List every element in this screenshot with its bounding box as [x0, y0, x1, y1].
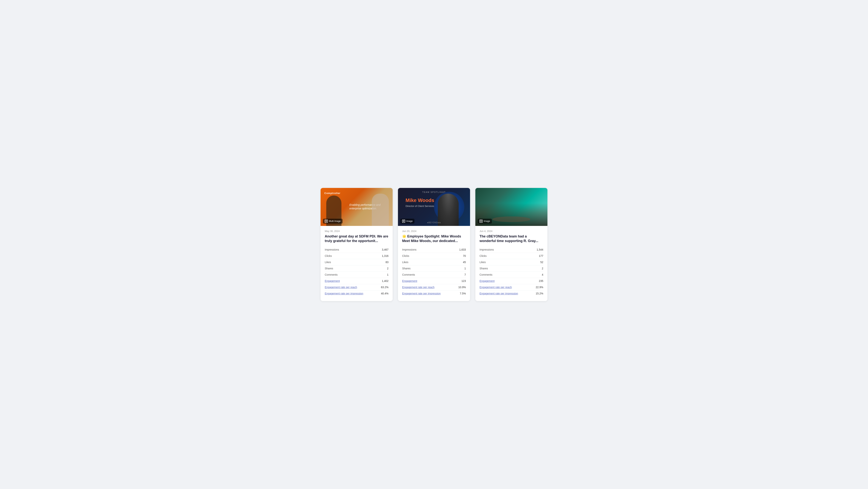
stats-value-1-2: 1,316 [382, 254, 389, 257]
card-date-3: Jun 4, 2024 [479, 230, 543, 233]
stats-link-1-7[interactable]: Engagement rate per reach [325, 286, 357, 289]
card-image-wrapper-3: Image [475, 188, 548, 226]
stats-row-2-2: Clicks70 [402, 253, 466, 259]
stats-label-3-4: Shares [479, 267, 488, 270]
image-badge-3: Image [477, 219, 492, 224]
stats-value-1-3: 83 [385, 261, 389, 264]
stats-value-3-3: 52 [540, 261, 543, 264]
card-1: Enabling performance and enterprise opti… [320, 188, 393, 301]
stats-row-3-8: Engagement rate per impression15.2% [479, 290, 543, 296]
card-title-2: 🌟 Employee Spotlight: Mike Woods Meet Mi… [402, 234, 466, 243]
card-title-3: The cBEYONData team had a wonderful time… [479, 234, 543, 243]
stats-row-3-6: Engagement235 [479, 278, 543, 284]
stats-label-3-5: Comments [479, 273, 492, 276]
person-title: Director of Client Services [406, 205, 434, 207]
stats-row-1-6: Engagement1,402 [325, 278, 389, 284]
stats-value-2-6: 123 [462, 280, 466, 283]
stats-value-2-1: 1,633 [459, 248, 466, 251]
image-icon [402, 220, 405, 223]
stats-label-2-5: Comments [402, 273, 415, 276]
stats-row-3-3: Likes52 [479, 259, 543, 265]
silhouette-right [372, 194, 389, 226]
person-silhouette [438, 194, 459, 226]
stats-value-2-2: 70 [463, 254, 466, 257]
image-badge-label: Multi Image [329, 220, 341, 223]
stats-row-1-4: Shares2 [325, 265, 389, 271]
cards-container: Enabling performance and enterprise opti… [301, 188, 567, 301]
stats-label-2-7[interactable]: Engagement rate per reach [402, 286, 434, 289]
stats-row-1-3: Likes83 [325, 259, 389, 265]
stats-row-1-8: Engagement rate per impression40.4% [325, 290, 389, 296]
company-logo: ●BEYONData [427, 222, 441, 224]
stats-link-2-6[interactable]: Engagement [402, 280, 417, 283]
image-badge-1: Multi Image [323, 219, 343, 224]
stats-row-1-5: Comments1 [325, 271, 389, 278]
stats-value-2-7: 10.9% [458, 286, 466, 289]
stats-row-2-8: Engagement rate per impression7.5% [402, 290, 466, 296]
image-icon [479, 220, 483, 223]
card-content-1: May 30, 2024Another great day at SDFM PD… [320, 226, 393, 301]
stats-value-3-4: 2 [542, 267, 543, 270]
card-date-2: Jun 20, 2024 [402, 230, 466, 233]
stats-label-1-3: Likes [325, 261, 331, 264]
stats-label-1-8[interactable]: Engagement rate per impression [325, 292, 363, 295]
stats-row-3-4: Shares2 [479, 265, 543, 271]
stats-row-2-4: Shares1 [402, 265, 466, 271]
stats-label-3-3: Likes [479, 261, 486, 264]
stats-row-2-3: Likes45 [402, 259, 466, 265]
stats-label-3-1: Impressions [479, 248, 494, 251]
stats-value-2-4: 1 [464, 267, 466, 270]
person-name: Mike Woods [406, 197, 434, 203]
stats-label-1-5: Comments [325, 273, 338, 276]
stats-row-2-5: Comments7 [402, 271, 466, 278]
stats-label-1-6[interactable]: Engagement [325, 280, 340, 283]
stats-value-1-5: 1 [387, 273, 389, 276]
stats-value-3-6: 235 [539, 280, 543, 283]
stats-label-3-2: Clicks [479, 254, 487, 257]
stats-link-3-8[interactable]: Engagement rate per impression [479, 292, 518, 295]
image-badge-label: Image [484, 220, 490, 223]
card-image-wrapper-1: Enabling performance and enterprise opti… [320, 188, 393, 226]
stats-link-2-8[interactable]: Engagement rate per impression [402, 292, 441, 295]
stats-label-2-6[interactable]: Engagement [402, 280, 417, 283]
card-content-3: Jun 4, 2024The cBEYONData team had a won… [475, 226, 548, 301]
stats-value-2-8: 7.5% [460, 292, 466, 295]
stats-link-1-8[interactable]: Engagement rate per impression [325, 292, 363, 295]
stats-row-3-2: Clicks177 [479, 253, 543, 259]
stats-label-2-8[interactable]: Engagement rate per impression [402, 292, 441, 295]
stats-value-3-5: 4 [542, 273, 543, 276]
stats-label-2-1: Impressions [402, 248, 416, 251]
stats-label-3-6[interactable]: Engagement [479, 280, 495, 283]
stats-label-2-4: Shares [402, 267, 410, 270]
card-3: Image Jun 4, 2024The cBEYONData team had… [475, 188, 548, 301]
stats-value-1-1: 3,467 [382, 248, 389, 251]
stats-link-2-7[interactable]: Engagement rate per reach [402, 286, 434, 289]
stats-link-1-6[interactable]: Engagement [325, 280, 340, 283]
stats-link-3-7[interactable]: Engagement rate per reach [479, 286, 512, 289]
stats-link-3-6[interactable]: Engagement [479, 280, 495, 283]
stats-row-1-2: Clicks1,316 [325, 253, 389, 259]
card-date-1: May 30, 2024 [325, 230, 389, 233]
image-icon [325, 220, 328, 223]
stats-row-2-7: Engagement rate per reach10.9% [402, 284, 466, 290]
stats-label-2-2: Clicks [402, 254, 409, 257]
stats-label-1-7[interactable]: Engagement rate per reach [325, 286, 357, 289]
stats-value-3-2: 177 [539, 254, 543, 257]
card-title-1: Another great day at SDFM PDI. We are tr… [325, 234, 389, 243]
stats-row-3-5: Comments4 [479, 271, 543, 278]
stats-row-2-6: Engagement123 [402, 278, 466, 284]
card-image-wrapper-2: Team Spotlight Mike Woods Director of Cl… [398, 188, 470, 226]
stats-value-2-3: 45 [463, 261, 466, 264]
stats-row-3-7: Engagement rate per reach22.9% [479, 284, 543, 290]
card-2: Team Spotlight Mike Woods Director of Cl… [398, 188, 470, 301]
stats-value-3-7: 22.9% [536, 286, 543, 289]
stats-label-1-1: Impressions [325, 248, 339, 251]
stats-label-1-2: Clicks [325, 254, 332, 257]
logo-area: Comptroller [324, 192, 340, 195]
stats-row-1-7: Engagement rate per reach63.2% [325, 284, 389, 290]
stats-label-2-3: Likes [402, 261, 408, 264]
stats-label-3-7[interactable]: Engagement rate per reach [479, 286, 512, 289]
stats-value-1-7: 63.2% [381, 286, 389, 289]
stats-label-3-8[interactable]: Engagement rate per impression [479, 292, 518, 295]
stats-row-1-1: Impressions3,467 [325, 247, 389, 253]
